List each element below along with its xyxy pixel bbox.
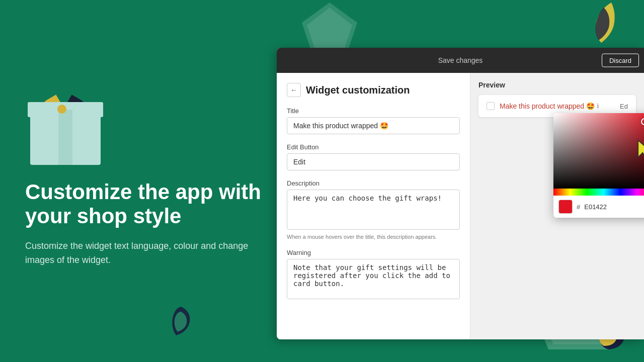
preview-product-text: Make this product wrapped 🤩 ℹ: [500, 102, 599, 110]
preview-label: Preview: [478, 81, 636, 89]
title-group: Title: [287, 107, 460, 134]
description-hint: When a mouse hovers over the title, this…: [287, 234, 460, 240]
discard-button[interactable]: Discard: [602, 54, 639, 67]
gift-illustration: [25, 95, 106, 165]
main-heading: Customize the app with your shop style: [25, 180, 262, 229]
cursor-icon: [634, 138, 644, 163]
description-group: Description Here you can choose the gift…: [287, 179, 460, 240]
warning-input[interactable]: Note that your gift settings will be reg…: [287, 259, 460, 299]
preview-checkbox[interactable]: [487, 102, 495, 110]
app-window: Save changes Discard ← Widget customizat…: [277, 48, 644, 339]
svg-marker-1: [307, 8, 352, 48]
topbar-buttons: Discard: [602, 54, 639, 67]
widget-title: Widget customization: [306, 84, 410, 96]
left-section: Customize the app with your shop style C…: [0, 0, 287, 362]
title-label: Title: [287, 107, 460, 115]
title-input[interactable]: [287, 117, 460, 134]
color-spectrum[interactable]: [553, 189, 644, 196]
app-topbar: Save changes Discard: [277, 48, 644, 73]
svg-marker-4: [638, 140, 644, 160]
preview-panel: Preview Make this product wrapped 🤩 ℹ Ed…: [470, 73, 644, 339]
bow-center: [57, 105, 66, 114]
preview-edit-text[interactable]: Ed: [620, 103, 628, 110]
sub-text: Customize the widget text language, colo…: [25, 239, 262, 268]
deco-bl: [169, 304, 194, 337]
color-hash: #: [577, 203, 580, 211]
deco-tr-right: [586, 0, 616, 45]
warning-label: Warning: [287, 249, 460, 256]
warning-group: Warning Note that your gift settings wil…: [287, 249, 460, 301]
app-content: ← Widget customization Title Edit Button…: [277, 73, 644, 339]
edit-button-label: Edit Button: [287, 143, 460, 151]
info-icon: ℹ: [597, 103, 599, 110]
edit-button-group: Edit Button: [287, 143, 460, 170]
widget-header: ← Widget customization: [287, 83, 460, 97]
color-hex-value[interactable]: E01422: [584, 203, 607, 211]
color-cursor[interactable]: [641, 118, 644, 125]
description-input[interactable]: Here you can choose the gift wraps!: [287, 190, 460, 230]
color-picker[interactable]: # E01422: [553, 113, 644, 218]
edit-button-input[interactable]: [287, 153, 460, 170]
color-bottom: # E01422: [553, 196, 644, 218]
preview-product-label: Make this product wrapped 🤩: [500, 102, 595, 110]
back-button[interactable]: ←: [287, 83, 301, 97]
color-swatch[interactable]: [558, 200, 573, 214]
topbar-save-label: Save changes: [438, 56, 483, 64]
form-panel: ← Widget customization Title Edit Button…: [277, 73, 470, 339]
color-gradient-area[interactable]: [553, 113, 644, 189]
description-label: Description: [287, 179, 460, 187]
